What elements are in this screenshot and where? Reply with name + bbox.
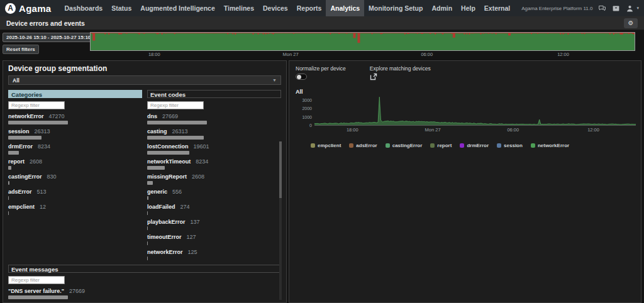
stat-count: 26313 xyxy=(172,128,188,135)
events-chart[interactable]: 0100020003000 18:00Mon 2706:0012:00 xyxy=(296,96,636,134)
normalize-toggle[interactable] xyxy=(296,74,307,80)
filter-row: 2025-10-26 15:10 - 2025-10-27 15:10 Rese… xyxy=(0,30,644,60)
stat-item[interactable]: networkTimeout8234 xyxy=(147,158,281,170)
legend-swatch xyxy=(349,143,353,148)
brand[interactable]: A Agama xyxy=(5,3,52,14)
stat-count: 127 xyxy=(187,234,196,240)
stat-bar xyxy=(147,226,148,230)
legend-item-networkError[interactable]: networkError xyxy=(531,143,569,148)
x-tick: 18:00 xyxy=(347,127,358,133)
legend-item-report[interactable]: report xyxy=(430,143,452,148)
nav-item-timelines[interactable]: Timelines xyxy=(219,0,258,16)
stat-label: adsError xyxy=(8,189,32,195)
stat-item[interactable]: casting26313 xyxy=(147,128,281,140)
stat-bar xyxy=(147,241,148,245)
x-tick: 12:00 xyxy=(587,127,599,133)
stat-bar xyxy=(8,151,19,155)
categories-filter-input[interactable] xyxy=(8,101,65,109)
stat-item[interactable]: drmError8234 xyxy=(8,143,142,155)
stat-item[interactable]: playbackError137 xyxy=(147,219,281,230)
nav-item-external[interactable]: External xyxy=(480,0,514,16)
external-link-icon[interactable] xyxy=(370,73,377,80)
user-icon[interactable] xyxy=(626,4,634,13)
nav-item-admin[interactable]: Admin xyxy=(427,0,457,16)
stat-item[interactable]: lostConnection19601 xyxy=(147,143,281,155)
legend-item-session[interactable]: session xyxy=(497,143,523,148)
stat-item[interactable]: loadFailed274 xyxy=(147,204,281,215)
event-messages-header[interactable]: Event messages xyxy=(8,265,281,273)
stat-label: lostConnection xyxy=(147,143,189,150)
legend-label: drmError xyxy=(467,143,489,148)
legend-swatch xyxy=(430,143,435,148)
stat-item[interactable]: report2608 xyxy=(8,158,142,170)
legend-item-empclient[interactable]: empclient xyxy=(311,143,341,148)
stat-bar xyxy=(147,166,165,170)
stat-bar xyxy=(8,121,68,124)
stat-count: 830 xyxy=(47,174,57,180)
legend-swatch xyxy=(386,143,390,148)
segmentation-columns: Categories networkError47270session26313… xyxy=(3,85,286,262)
top-navbar: A Agama DashboardsStatusAugmented Intell… xyxy=(0,0,644,16)
nav-item-status[interactable]: Status xyxy=(107,0,136,16)
stat-bar xyxy=(8,166,11,170)
event-messages-section: Event messages "DNS server failure."2766… xyxy=(3,262,286,303)
nav-item-monitoring-setup[interactable]: Monitoring Setup xyxy=(364,0,427,16)
platform-label: Agama Enterprise Platform 11.0 xyxy=(521,6,592,11)
stat-item[interactable]: castingError830 xyxy=(8,174,142,185)
stat-count: 2608 xyxy=(30,158,42,165)
stat-label: casting xyxy=(147,128,167,135)
stat-label: empclient xyxy=(8,204,35,210)
stat-bar xyxy=(8,196,9,200)
stat-item[interactable]: timeoutError127 xyxy=(147,234,281,245)
stat-item[interactable]: adsError513 xyxy=(8,189,142,200)
user-menu-caret-icon[interactable]: ▾ xyxy=(636,6,639,11)
main-content: Device group segmentation All ▼ Categori… xyxy=(0,60,644,303)
stat-label: castingError xyxy=(8,174,42,180)
gear-icon[interactable]: ⚙ xyxy=(624,18,638,28)
stat-label: playbackError xyxy=(147,219,186,225)
device-group-select[interactable]: All ▼ xyxy=(8,75,281,85)
y-tick: 0 xyxy=(309,123,312,128)
legend-item-drmError[interactable]: drmError xyxy=(460,143,489,148)
stat-item[interactable]: missingReport2608 xyxy=(147,174,281,185)
stat-item[interactable]: "DNS server failure."27669 xyxy=(8,288,281,299)
box-icon[interactable] xyxy=(612,4,620,13)
stat-item[interactable]: networkError125 xyxy=(147,249,281,260)
segmentation-title: Device group segmentation xyxy=(3,61,286,75)
stat-label: session xyxy=(8,128,30,135)
date-range-button[interactable]: 2025-10-26 15:10 - 2025-10-27 15:10 xyxy=(3,33,94,42)
stat-bar xyxy=(147,136,204,140)
chart-plot[interactable] xyxy=(314,96,636,126)
nav-item-reports[interactable]: Reports xyxy=(292,0,326,16)
x-tick: Mon 27 xyxy=(425,127,441,133)
legend-item-adsError[interactable]: adsError xyxy=(349,143,377,148)
stat-label: networkError xyxy=(8,113,44,119)
left-panel-scrollbar[interactable] xyxy=(279,141,282,300)
legend-label: session xyxy=(504,143,523,148)
categories-header[interactable]: Categories xyxy=(8,90,142,98)
stat-item[interactable]: generic556 xyxy=(147,189,281,200)
stat-item[interactable]: dns27669 xyxy=(147,113,281,124)
nav-item-augmented-intelligence[interactable]: Augmented Intelligence xyxy=(136,0,219,16)
legend-label: report xyxy=(437,143,452,148)
timeline-chart[interactable] xyxy=(90,32,635,51)
legend-item-castingError[interactable]: castingError xyxy=(386,143,423,148)
nav-item-devices[interactable]: Devices xyxy=(258,0,292,16)
event-messages-filter-input[interactable] xyxy=(8,276,65,284)
legend-swatch xyxy=(497,143,501,148)
nav-item-dashboards[interactable]: Dashboards xyxy=(60,0,108,16)
event-codes-header[interactable]: Event codes xyxy=(147,90,281,98)
stat-item[interactable]: networkError47270 xyxy=(8,113,142,124)
stat-item[interactable]: session26313 xyxy=(8,128,142,140)
nav-item-help[interactable]: Help xyxy=(457,0,480,16)
stat-bar xyxy=(147,151,189,155)
stat-count: 2608 xyxy=(192,174,204,180)
stat-item[interactable]: empclient12 xyxy=(8,204,142,215)
chat-bubbles-icon[interactable] xyxy=(598,4,606,13)
legend-swatch xyxy=(460,143,464,148)
event-codes-filter-input[interactable] xyxy=(147,101,204,109)
stat-count: 19601 xyxy=(194,143,209,150)
nav-item-analytics[interactable]: Analytics xyxy=(326,0,364,16)
normalize-label: Normalize per device xyxy=(296,65,346,72)
reset-filters-button[interactable]: Reset filters xyxy=(3,45,39,54)
